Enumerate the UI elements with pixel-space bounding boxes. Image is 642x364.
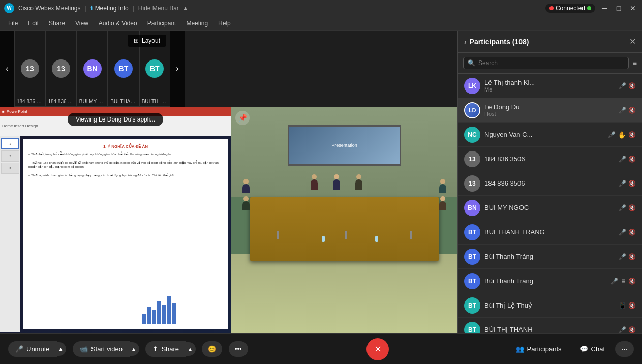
strip-item: BN BUI MY NGOC <box>77 31 108 107</box>
participant-info: Lê Thị thanh Ki... Me <box>484 79 619 93</box>
audio-icon: 🎤 <box>619 253 626 260</box>
slide-chart <box>142 296 224 324</box>
hide-menu-bar[interactable]: Hide Menu Bar <box>138 5 179 12</box>
menu-help[interactable]: Help <box>214 19 235 28</box>
participant-item[interactable]: BT BUI THANH TRANG 🎤 🔇 <box>458 220 642 245</box>
pin-button[interactable]: 📌 <box>235 111 250 125</box>
meeting-info-link[interactable]: ℹ Meeting Info <box>90 5 129 12</box>
more-button[interactable]: ••• <box>229 341 248 357</box>
menu-participant[interactable]: Participant <box>143 19 180 28</box>
participant-avatar: NC <box>464 127 480 143</box>
main-area: ‹ 13 184 836 3506 13 184 836 3506 BN BUI… <box>0 31 642 333</box>
menu-meeting[interactable]: Meeting <box>182 19 212 28</box>
participant-item[interactable]: BT Bùi Thanh Tráng 🎤 🔇 <box>458 245 642 269</box>
unmute-caret[interactable]: ▲ <box>55 342 67 356</box>
video-content: Presentation <box>231 107 457 333</box>
strip-next-button[interactable]: › <box>170 31 185 107</box>
close-button[interactable]: ✕ <box>628 3 638 13</box>
audio-icon: 🎤 <box>619 229 626 236</box>
audio-icon: 🎤 <box>619 156 626 163</box>
emoji-button[interactable]: 😊 <box>202 341 222 357</box>
room-screen: Presentation <box>288 125 401 166</box>
participant-icons: 🎤 🔇 <box>619 180 636 187</box>
strip-item-name: BUI MY NGOC <box>77 99 107 104</box>
water-bottle <box>322 236 325 242</box>
participant-item[interactable]: 13 184 836 3506 🎤 🔇 <box>458 147 642 171</box>
participant-name: Bùi Thanh Tráng <box>484 253 619 260</box>
participant-info: BUI THANH TRANG <box>484 228 619 236</box>
end-call-button[interactable]: ✕ <box>366 338 389 360</box>
participant-item[interactable]: NC Nguyen Van C... 🎤 ✋ 🔇 <box>458 123 642 147</box>
maximize-button[interactable]: □ <box>614 3 624 13</box>
presentation-pane: Viewing Le Dong Du's appli... ■ PowerPoi… <box>0 107 231 333</box>
connected-dot-red <box>549 6 554 10</box>
participant-item[interactable]: 13 184 836 3506 🎤 🔇 <box>458 171 642 196</box>
toolbar-right: 👥 Participants 💬 Chat ⋯ <box>508 341 634 357</box>
chat-button[interactable]: 💬 Chat <box>572 341 613 357</box>
participant-item[interactable]: BT BÙI THỊ THANH 🎤 🔇 <box>458 318 642 333</box>
layout-button[interactable]: ⊞ Layout <box>128 35 166 47</box>
sort-button[interactable]: ≡ <box>633 59 637 67</box>
participants-strip: ‹ 13 184 836 3506 13 184 836 3506 BN BUI… <box>0 31 185 107</box>
mute-icon: 🔇 <box>628 278 636 285</box>
participant-info: Bùi Thị Lệ Thuỷ <box>484 301 619 309</box>
participant-info: Bùi Thanh Tráng <box>484 253 619 260</box>
start-video-group: 📹 Start video ▲ <box>73 341 139 357</box>
mute-icon: 🔇 <box>628 82 636 89</box>
slide-text: – Thứ nhất, trong bối cảnh không gian ph… <box>28 152 223 177</box>
viewing-label: Viewing Le Dong Du's appli... <box>68 113 163 126</box>
start-video-button[interactable]: 📹 Start video <box>73 341 130 357</box>
participant-item[interactable]: LD Le Dong Du Host 🎤 🔇 <box>458 98 642 123</box>
participant-avatar: 13 <box>464 175 480 192</box>
people-right <box>439 184 446 210</box>
mute-icon: 🔇 <box>628 302 636 309</box>
info-icon: ℹ <box>90 5 93 12</box>
participants-button[interactable]: 👥 Participants <box>508 341 570 357</box>
hand-raise-icon: ✋ <box>618 131 626 139</box>
panel-chevron-left: › <box>464 38 467 46</box>
participant-name: BÙI THỊ THANH <box>484 326 619 333</box>
participant-avatar: BT <box>464 273 480 289</box>
share-group: ⬆ Share ▲ <box>145 341 196 357</box>
more-options-icon: ⋯ <box>621 345 628 353</box>
participant-role: Me <box>484 86 619 93</box>
people-center <box>311 179 362 190</box>
strip-item-name: BUI THANH TRANG <box>108 99 138 104</box>
presentation-content: ■ PowerPoint Home Insert Design 1 2 3 1.… <box>0 107 231 333</box>
panel-header: › Participants (108) ✕ <box>458 31 642 53</box>
menu-audio-video[interactable]: Audio & Video <box>95 19 141 28</box>
participant-info: Nguyen Van C... <box>484 131 608 138</box>
unmute-button[interactable]: 🎤 Unmute <box>8 341 57 357</box>
minimize-button[interactable]: ─ <box>599 3 609 13</box>
strip-avatar: 13 <box>21 59 39 78</box>
share-caret[interactable]: ▲ <box>185 342 196 356</box>
video-pane: 📌 Presentation <box>231 107 457 333</box>
titlebar: W Cisco Webex Meetings | ℹ Meeting Info … <box>0 0 642 16</box>
menu-share[interactable]: Share <box>45 19 69 28</box>
participant-item[interactable]: BT Bùi Thanh Tráng 🎤 🖥 🔇 <box>458 269 642 293</box>
menubar: File Edit Share View Audio & Video Parti… <box>0 16 642 31</box>
menu-view[interactable]: View <box>71 19 93 28</box>
search-input[interactable] <box>478 59 624 67</box>
participant-item[interactable]: LK Lê Thị thanh Ki... Me 🎤 🔇 <box>458 74 642 98</box>
share-button[interactable]: ⬆ Share <box>145 341 186 357</box>
participant-item[interactable]: BT Bùi Thị Lệ Thuỷ 📱 🔇 <box>458 293 642 318</box>
strip-avatar: BT <box>145 59 164 78</box>
participant-name: 184 836 3506 <box>484 155 619 163</box>
panel-close-button[interactable]: ✕ <box>629 37 636 46</box>
participant-name: Lê Thị thanh Ki... <box>484 79 619 86</box>
audio-icon: 📱 <box>619 302 626 309</box>
video-caret[interactable]: ▲ <box>128 342 139 356</box>
room-floor <box>231 254 457 333</box>
menu-edit[interactable]: Edit <box>24 19 43 28</box>
toolbar: 🎤 Unmute ▲ 📹 Start video ▲ ⬆ Share ▲ <box>0 333 642 364</box>
end-call-icon: ✕ <box>374 344 382 355</box>
audio-icon: 🎤 <box>608 131 616 138</box>
participant-item[interactable]: BN BUI MY NGOC 🎤 🔇 <box>458 196 642 220</box>
participant-name: BUI THANH TRANG <box>484 228 619 236</box>
strip-prev-button[interactable]: ‹ <box>0 31 14 107</box>
participant-avatar: 13 <box>464 151 480 167</box>
menu-file[interactable]: File <box>4 19 22 28</box>
audio-icon: 🎤 <box>619 107 626 114</box>
more-options-button[interactable]: ⋯ <box>615 341 634 357</box>
